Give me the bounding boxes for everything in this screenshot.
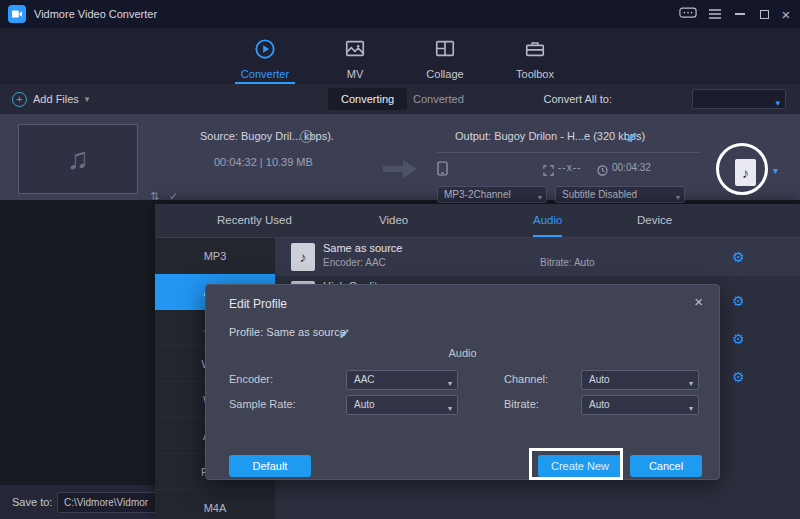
- default-button[interactable]: Default: [229, 455, 311, 477]
- sample-rate-select[interactable]: Auto ▾: [346, 395, 458, 415]
- output-divider: [437, 152, 700, 153]
- tab-audio[interactable]: Audio: [533, 204, 562, 237]
- add-files-label: Add Files: [33, 93, 79, 105]
- subtitle-select[interactable]: Subtitle Disabled ▾: [555, 186, 685, 203]
- profile-tabs: Recently Used Video Audio Device: [155, 204, 800, 238]
- duration-size: 00:04:32 | 10.39 MB: [214, 156, 313, 168]
- mv-icon: [344, 38, 366, 64]
- chevron-down-icon: ▾: [448, 375, 452, 393]
- settings-gear-icon[interactable]: ⚙: [732, 369, 745, 385]
- crop-icon[interactable]: [543, 162, 554, 180]
- chevron-down-icon: ▾: [689, 400, 693, 418]
- music-notes-icon: ♫: [67, 142, 90, 176]
- convert-arrow-icon: [383, 158, 417, 184]
- maximize-icon[interactable]: [754, 0, 774, 28]
- channel-value: Auto: [589, 374, 610, 385]
- bitrate-label: Bitrate:: [504, 398, 539, 410]
- settings-gear-icon[interactable]: ⚙: [732, 293, 745, 309]
- sidebar-item-mp3[interactable]: MP3: [155, 238, 275, 274]
- tab-toolbox-label: Toolbox: [516, 68, 554, 80]
- dialog-close-icon[interactable]: ×: [694, 293, 703, 310]
- tab-mv-label: MV: [347, 68, 364, 80]
- chevron-down-icon: ▾: [676, 190, 680, 205]
- encoder-select[interactable]: AAC ▾: [346, 370, 458, 390]
- subtitle-select-value: Subtitle Disabled: [562, 189, 637, 200]
- vidmore-app-window: Vidmore Video Converter × Converter MV: [0, 0, 800, 519]
- converter-icon: [254, 38, 276, 64]
- audio-thumbnail: ♫: [18, 124, 138, 194]
- create-new-button[interactable]: Create New: [538, 455, 622, 477]
- save-path-value: C:\Vidmore\Vidmor: [64, 497, 148, 508]
- chevron-down-icon: ▾: [448, 400, 452, 418]
- tab-converter-label: Converter: [241, 68, 289, 80]
- tab-device[interactable]: Device: [637, 204, 672, 237]
- main-nav: Converter MV Collage Toolbox: [0, 28, 800, 84]
- bitrate-value: Auto: [589, 399, 610, 410]
- tab-collage[interactable]: Collage: [415, 32, 475, 84]
- check-icon[interactable]: ✓: [169, 190, 178, 203]
- tab-collage-label: Collage: [426, 68, 463, 80]
- bitrate-select[interactable]: Auto ▾: [581, 395, 699, 415]
- chevron-down-icon: ▾: [689, 375, 693, 393]
- output-duration: 00:04:32: [612, 162, 651, 173]
- save-to-label: Save to:: [12, 485, 52, 519]
- edit-output-icon[interactable]: [626, 129, 638, 147]
- rename-profile-icon[interactable]: [339, 325, 350, 343]
- toolbar: + Add Files ▾ Converting Converted Conve…: [0, 84, 800, 114]
- profile-row-same-as-source[interactable]: ♪ Same as source Encoder: AAC Bitrate: A…: [275, 238, 800, 276]
- sample-rate-value: Auto: [354, 399, 375, 410]
- music-note-icon: ♪: [300, 249, 307, 265]
- feedback-icon[interactable]: [676, 0, 700, 28]
- app-logo-icon: [8, 5, 26, 23]
- tab-converted[interactable]: Converted: [413, 84, 464, 114]
- add-files-button[interactable]: + Add Files ▾: [12, 84, 89, 114]
- dialog-section-label: Audio: [206, 347, 719, 359]
- edit-profile-dialog: Edit Profile × Profile: Same as source A…: [205, 284, 720, 480]
- tab-mv[interactable]: MV: [325, 32, 385, 84]
- chevron-down-icon: ▾: [538, 190, 542, 205]
- tab-converting[interactable]: Converting: [328, 88, 407, 110]
- chevron-down-icon: ▾: [775, 94, 780, 112]
- format-select[interactable]: MP3-2Channel ▾: [437, 186, 547, 203]
- encoder-label: Encoder:: [229, 373, 273, 385]
- app-title: Vidmore Video Converter: [34, 0, 157, 28]
- info-icon[interactable]: i: [300, 130, 313, 143]
- tab-recently-used[interactable]: Recently Used: [217, 204, 292, 237]
- file-row: ♫ Source: Bugoy Dril... kbps). i 00:04:3…: [0, 114, 800, 200]
- dialog-title: Edit Profile: [229, 297, 287, 311]
- reorder-icon[interactable]: ⇅: [150, 190, 159, 203]
- encoder-value: AAC: [354, 374, 375, 385]
- output-filename: Output: Bugoy Drilon - H...e (320 kbps): [455, 130, 645, 142]
- sidebar-item-m4a[interactable]: M4A: [155, 490, 275, 519]
- profile-bitrate: Bitrate: Auto: [540, 257, 594, 268]
- convert-all-select[interactable]: ▾: [692, 89, 786, 109]
- tab-toolbox[interactable]: Toolbox: [505, 32, 565, 84]
- clock-icon: [597, 162, 608, 180]
- tab-converter[interactable]: Converter: [235, 32, 295, 84]
- dialog-profile-name: Profile: Same as source: [229, 326, 346, 338]
- settings-gear-icon[interactable]: ⚙: [732, 331, 745, 347]
- trim-range[interactable]: --x--: [558, 162, 581, 173]
- tab-video[interactable]: Video: [379, 204, 408, 237]
- close-icon[interactable]: ×: [776, 0, 796, 28]
- add-icon: +: [12, 92, 27, 107]
- music-note-icon: ♪: [742, 165, 749, 181]
- minimize-icon[interactable]: [730, 0, 750, 28]
- profile-chevron-down-icon[interactable]: ▾: [773, 165, 778, 176]
- profile-title: Same as source: [323, 242, 402, 254]
- profile-doc-icon: ♪: [291, 243, 315, 271]
- toolbox-icon: [524, 38, 546, 64]
- menu-icon[interactable]: [704, 0, 726, 28]
- channel-label: Channel:: [504, 373, 548, 385]
- source-filename: Source: Bugoy Dril... kbps).: [200, 130, 334, 142]
- cancel-button[interactable]: Cancel: [630, 455, 702, 477]
- collage-icon: [434, 38, 456, 64]
- device-icon: [437, 161, 448, 180]
- format-select-value: MP3-2Channel: [444, 189, 511, 200]
- chevron-down-icon: ▾: [85, 94, 90, 104]
- settings-gear-icon[interactable]: ⚙: [732, 249, 745, 265]
- output-profile-button[interactable]: ♪: [735, 159, 756, 186]
- channel-select[interactable]: Auto ▾: [581, 370, 699, 390]
- titlebar: Vidmore Video Converter ×: [0, 0, 800, 28]
- profile-encoder: Encoder: AAC: [323, 257, 386, 268]
